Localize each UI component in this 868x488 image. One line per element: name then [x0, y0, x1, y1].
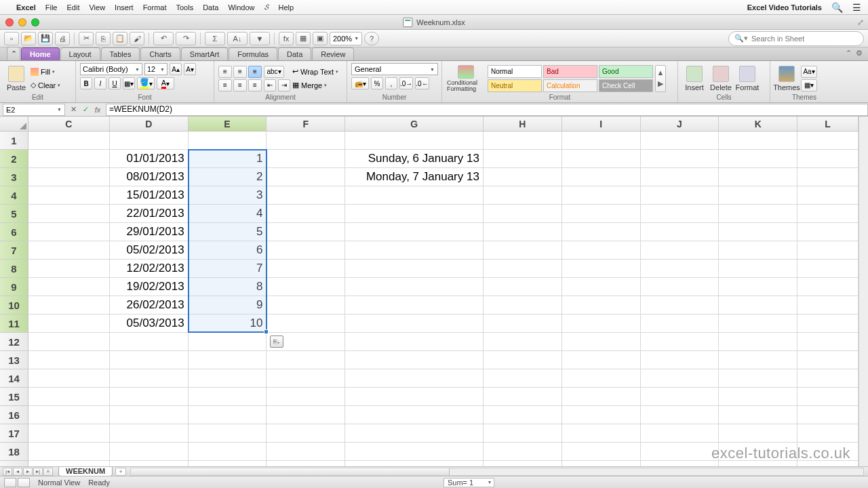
menu-window[interactable]: Window: [228, 3, 254, 12]
cell-G17[interactable]: [345, 424, 484, 443]
cell-K1[interactable]: [719, 131, 797, 150]
cell-L11[interactable]: [797, 314, 859, 333]
cell-I10[interactable]: [562, 296, 641, 314]
window-close-button[interactable]: [5, 18, 14, 26]
cell-G15[interactable]: [345, 388, 484, 406]
row-header-15[interactable]: 15: [0, 388, 28, 406]
cell-J7[interactable]: [641, 241, 719, 260]
style-calculation[interactable]: Calculation: [543, 79, 597, 92]
row-header-13[interactable]: 13: [0, 351, 28, 369]
cell-I14[interactable]: [562, 369, 641, 388]
search-sheet[interactable]: 🔍▾: [728, 31, 864, 46]
cell-H6[interactable]: [484, 223, 562, 241]
menu-edit[interactable]: Edit: [66, 3, 79, 12]
tab-home[interactable]: Home: [21, 47, 60, 60]
format-painter-button[interactable]: 🖌: [130, 32, 144, 45]
cell-C15[interactable]: [28, 388, 110, 406]
tab-data[interactable]: Data: [278, 47, 311, 60]
row-header-8[interactable]: 8: [0, 260, 28, 278]
tab-smartart[interactable]: SmartArt: [181, 47, 228, 60]
cell-E12[interactable]: [189, 333, 267, 351]
cell-I18[interactable]: [562, 443, 641, 461]
cell-E14[interactable]: [189, 369, 267, 388]
cell-E13[interactable]: [189, 351, 267, 369]
cell-C4[interactable]: [28, 186, 110, 205]
cell-E11[interactable]: 10: [189, 314, 267, 333]
cell-J15[interactable]: [641, 388, 719, 406]
cell-J3[interactable]: [641, 168, 719, 186]
cell-E10[interactable]: 9: [189, 296, 267, 314]
cell-I2[interactable]: [562, 150, 641, 168]
style-neutral[interactable]: Neutral: [488, 79, 542, 92]
sort-button[interactable]: A↓: [227, 32, 248, 45]
help-button[interactable]: ?: [364, 32, 379, 45]
col-header-E[interactable]: E: [189, 117, 267, 131]
styles-scroll[interactable]: ▲▶: [655, 65, 666, 92]
cell-I6[interactable]: [562, 223, 641, 241]
cell-E7[interactable]: 6: [189, 241, 267, 260]
new-button[interactable]: ▫: [4, 32, 19, 45]
tab-nav-first[interactable]: |◂: [3, 468, 12, 476]
tab-nav-next[interactable]: ▸: [23, 468, 33, 476]
view-normal-button[interactable]: [4, 478, 16, 487]
cell-E6[interactable]: 5: [189, 223, 267, 241]
cell-F14[interactable]: [267, 369, 345, 388]
cell-G10[interactable]: [345, 296, 484, 314]
save-button[interactable]: 💾: [38, 32, 53, 45]
tab-layout[interactable]: Layout: [60, 47, 100, 60]
cell-F6[interactable]: [267, 223, 345, 241]
row-header-16[interactable]: 16: [0, 406, 28, 424]
cell-I4[interactable]: [562, 186, 641, 205]
cell-E18[interactable]: [189, 443, 267, 461]
cell-F3[interactable]: [267, 168, 345, 186]
cell-L15[interactable]: [797, 388, 859, 406]
cell-H2[interactable]: [484, 150, 562, 168]
cell-J5[interactable]: [641, 205, 719, 223]
tab-nav-menu[interactable]: ≡: [43, 468, 53, 476]
cell-E15[interactable]: [189, 388, 267, 406]
cell-C17[interactable]: [28, 424, 110, 443]
cell-E9[interactable]: 8: [189, 278, 267, 296]
copy-button[interactable]: ⎘: [96, 32, 111, 45]
border-button[interactable]: ▦▾: [123, 77, 135, 89]
col-header-I[interactable]: I: [562, 117, 641, 131]
name-box[interactable]: E2▼: [3, 104, 65, 116]
increase-decimal-button[interactable]: .0→: [399, 77, 413, 89]
ribbon-gear-icon[interactable]: ⚙: [856, 49, 863, 58]
cell-E4[interactable]: 3: [189, 186, 267, 205]
cell-K16[interactable]: [719, 406, 797, 424]
cell-F15[interactable]: [267, 388, 345, 406]
filter-button[interactable]: ▼: [250, 32, 270, 45]
cell-K10[interactable]: [719, 296, 797, 314]
cell-G16[interactable]: [345, 406, 484, 424]
cell-K17[interactable]: [719, 424, 797, 443]
cell-G4[interactable]: [345, 186, 484, 205]
row-header-18[interactable]: 18: [0, 443, 28, 461]
comma-button[interactable]: ,: [385, 77, 397, 89]
cell-J4[interactable]: [641, 186, 719, 205]
cell-E16[interactable]: [189, 406, 267, 424]
row-header-12[interactable]: 12: [0, 333, 28, 351]
cell-F8[interactable]: [267, 260, 345, 278]
toolbox-button[interactable]: ▦: [296, 32, 311, 45]
row-header-17[interactable]: 17: [0, 424, 28, 443]
themes-button[interactable]: Themes: [774, 64, 799, 93]
cell-L6[interactable]: [797, 223, 859, 241]
tab-formulas[interactable]: Formulas: [229, 47, 277, 60]
cell-J13[interactable]: [641, 351, 719, 369]
autosum-button[interactable]: Σ: [205, 32, 225, 45]
italic-button[interactable]: I: [94, 77, 106, 89]
cell-G18[interactable]: [345, 443, 484, 461]
cell-C1[interactable]: [28, 131, 110, 150]
cell-I15[interactable]: [562, 388, 641, 406]
add-sheet-button[interactable]: +: [115, 468, 126, 476]
cell-C10[interactable]: [28, 296, 110, 314]
align-left-button[interactable]: ≡: [218, 79, 232, 92]
cell-J18[interactable]: [641, 443, 719, 461]
cell-D17[interactable]: [110, 424, 189, 443]
cell-K4[interactable]: [719, 186, 797, 205]
cell-L2[interactable]: [797, 150, 859, 168]
wrap-text-button[interactable]: ↩Wrap Text▾: [292, 66, 338, 78]
conditional-formatting-button[interactable]: Conditional Formatting: [446, 64, 486, 93]
cell-F4[interactable]: [267, 186, 345, 205]
